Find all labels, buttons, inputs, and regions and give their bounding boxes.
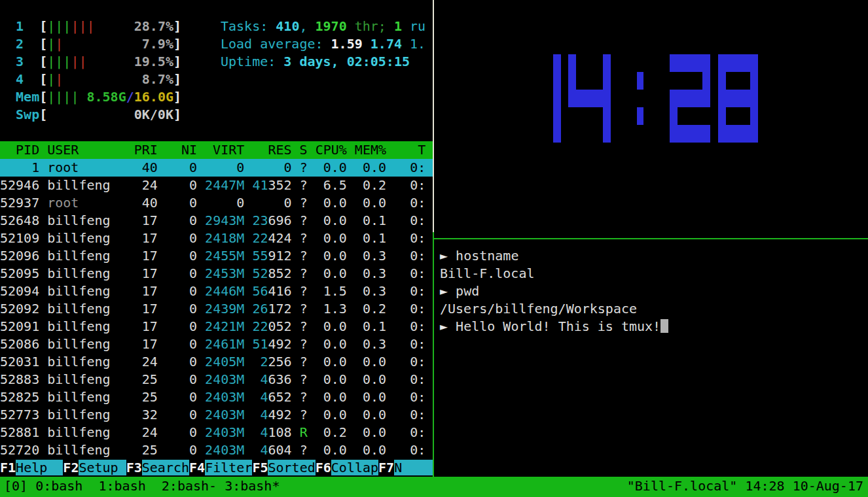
meter-row: Swp[ 0K/0K] [0,106,181,124]
clock-segment [726,90,750,107]
process-row[interactable]: 52946 billfeng 24 0 2447M 41352 ? 6.5 0.… [0,177,433,194]
clock-segment [553,72,561,90]
clock-segment [670,107,678,125]
table-header[interactable]: PID USER PRI NI VIRT RES S CPU% MEM% T [0,141,433,159]
shell-command-line[interactable]: ► Hello World! This is tmux! [440,318,867,335]
meter-row: Mem[|||| 8.58G/16.0G] [0,88,181,106]
tmux-terminal: 1 [|||||| 28.7%] 2 [|| 7.9%] 3 [||||| 19… [0,0,868,497]
fkey-f4-label[interactable]: Filter [205,460,252,475]
clock-segment [553,90,561,107]
process-row[interactable]: 52648 billfeng 17 0 2943M 23696 ? 0.0 0.… [0,212,433,230]
clock-segment [603,54,611,72]
fkey-f6-label[interactable]: Collap [331,460,378,475]
clock-segment [750,125,758,143]
prompt-icon: ► [440,318,456,334]
process-row[interactable]: 1 root 40 0 0 0 ? 0.0 0.0 0: [0,159,433,177]
fkey-f7[interactable]: F7 [378,460,394,475]
fkey-f5[interactable]: F5 [252,460,268,475]
clock-segment [678,54,702,72]
pane-border-vertical-active[interactable] [433,232,434,477]
clock-segment [637,72,643,90]
process-row[interactable]: 52881 billfeng 24 0 2403M 4108 R 0.2 0.0… [0,424,433,441]
process-row[interactable]: 52094 billfeng 17 0 2446M 56416 ? 1.5 0.… [0,283,433,300]
process-row[interactable]: 52031 billfeng 24 0 2405M 2256 ? 0.0 0.0… [0,353,433,371]
fkey-f3[interactable]: F3 [126,460,142,475]
meter-row: 1 [|||||| 28.7%] [0,18,181,35]
terminal-cursor [660,319,668,333]
pane-border-vertical-inactive[interactable] [433,0,434,232]
info-line: Load average: 1.59 1.74 1. [221,35,425,53]
tmux-status-right: "Bill-F.local" 14:28 10-Aug-17 [627,477,863,496]
tty-clock [553,54,758,143]
clock-segment [678,125,702,143]
meter-row: 4 [|| 8.7%] [0,71,181,88]
process-row[interactable]: 52883 billfeng 25 0 2403M 4636 ? 0.0 0.0… [0,371,433,388]
clock-segment [670,90,678,107]
meter-row: 2 [|| 7.9%] [0,35,181,53]
prompt-icon: ► [440,248,456,264]
clock-segment [603,107,611,125]
clock-segment [750,90,758,107]
clock-segment [568,72,576,90]
clock-segment [568,90,576,107]
clock-segment [726,54,750,72]
process-row[interactable]: 52086 billfeng 17 0 2461M 51492 ? 0.0 0.… [0,335,433,353]
clock-segment [718,72,726,90]
clock-segment [678,90,702,107]
prompt-icon: ► [440,283,456,299]
fkey-f7-label[interactable]: N [394,460,433,475]
fkey-f4[interactable]: F4 [189,460,205,475]
fkey-f1-label[interactable]: Help [16,460,63,475]
tmux-status-bar: [0] 0:bash 1:bash 2:bash- 3:bash* "Bill-… [0,477,868,497]
pane-border-horizontal-active[interactable] [434,238,868,239]
clock-segment [702,54,710,72]
htop-cpu-memory-meters: 1 [|||||| 28.7%] 2 [|| 7.9%] 3 [||||| 19… [0,18,181,124]
htop-pane[interactable]: 1 [|||||| 28.7%] 2 [|| 7.9%] 3 [||||| 19… [0,0,433,477]
clock-segment [702,125,710,143]
clock-segment [576,90,603,107]
process-row[interactable]: 52773 billfeng 32 0 2403M 4492 ? 0.0 0.0… [0,406,433,424]
clock-segment [702,90,710,107]
shell-command-line[interactable]: ► hostname [440,247,867,265]
fkey-f1[interactable]: F1 [0,460,16,475]
clock-segment [718,125,726,143]
clock-segment [718,90,726,107]
shell-output-line: Bill-F.local [440,265,867,283]
htop-tasks-load-uptime: Tasks: 410, 1970 thr; 1 ruLoad average: … [221,18,425,71]
tmux-window-list[interactable]: [0] 0:bash 1:bash 2:bash- 3:bash* [4,477,280,496]
process-row[interactable]: 52092 billfeng 17 0 2439M 26172 ? 1.3 0.… [0,300,433,318]
fkey-f6[interactable]: F6 [316,460,331,475]
fkey-f2-label[interactable]: Setup [79,460,126,475]
shell-pane[interactable]: ► hostnameBill-F.local► pwd/Users/billfe… [440,247,867,476]
process-row[interactable]: 52091 billfeng 17 0 2421M 22052 ? 0.0 0.… [0,318,433,335]
clock-pane[interactable] [440,0,868,230]
htop-process-table[interactable]: PID USER PRI NI VIRT RES S CPU% MEM% T 1… [0,141,433,459]
shell-output-line: /Users/billfeng/Workspace [440,300,867,318]
fkey-f3-label[interactable]: Search [142,460,189,475]
clock-segment [553,125,561,143]
process-row[interactable]: 52720 billfeng 25 0 2403M 4604 ? 0.0 0.0… [0,441,433,459]
process-row[interactable]: 52096 billfeng 17 0 2455M 55912 ? 0.0 0.… [0,247,433,265]
clock-segment [726,125,750,143]
clock-segment [637,107,643,125]
clock-segment [603,125,611,143]
clock-segment [603,72,611,90]
process-row[interactable]: 52095 billfeng 17 0 2453M 52852 ? 0.0 0.… [0,265,433,283]
clock-segment [750,54,758,72]
clock-segment [750,107,758,125]
clock-segment [750,72,758,90]
shell-command-line[interactable]: ► pwd [440,283,867,300]
clock-segment [568,54,576,72]
process-row[interactable]: 52825 billfeng 25 0 2403M 4652 ? 0.0 0.0… [0,388,433,406]
clock-segment [718,54,726,72]
meter-row: 3 [||||| 19.5%] [0,53,181,71]
htop-function-key-bar[interactable]: F1Help F2Setup F3SearchF4FilterF5SortedF… [0,459,433,477]
clock-segment [670,125,678,143]
clock-segment [702,72,710,90]
clock-segment [553,107,561,125]
process-row[interactable]: 52937 root 40 0 0 0 ? 0.0 0.0 0: [0,194,433,212]
info-line: Tasks: 410, 1970 thr; 1 ru [221,18,425,35]
fkey-f2[interactable]: F2 [63,460,79,475]
process-row[interactable]: 52109 billfeng 17 0 2418M 22424 ? 0.0 0.… [0,230,433,247]
fkey-f5-label[interactable]: Sorted [268,460,315,475]
